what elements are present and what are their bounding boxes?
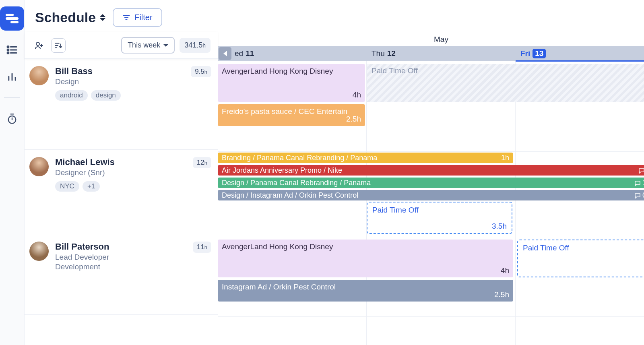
avatar[interactable] (29, 242, 49, 261)
task-block[interactable]: AvengerLand Hong Kong Disney4h (218, 240, 513, 277)
pto-block[interactable]: Paid Time Off4h (517, 240, 644, 277)
sidebar-bar-chart[interactable] (5, 69, 19, 84)
calendar-row: AvengerLand Hong Kong Disney4hInstagram … (218, 236, 644, 317)
task-block[interactable]: Air Jordans Anniversary Promo / Nike1.5h (218, 165, 644, 176)
task-block[interactable]: Branding / Panama Canal Rebranding / Pan… (218, 153, 513, 163)
day-num: 12 (387, 49, 396, 58)
calendar-row: Branding / Panama Canal Rebranding / Pan… (218, 152, 644, 236)
person-tag[interactable]: design (91, 90, 121, 101)
pto-block[interactable]: Paid Time Off3.5h (367, 202, 512, 234)
task-title: Paid Time Off (372, 206, 419, 214)
task-title: Air Jordans Anniversary Promo / Nike (222, 166, 342, 174)
task-title: Branding / Panama Canal Rebranding / Pan… (222, 154, 377, 162)
person-row[interactable]: Bill PatersonLead DeveloperDevelopment11… (25, 234, 218, 315)
svg-point-16 (36, 42, 39, 45)
person-name: Bill Paterson (55, 242, 193, 252)
task-hours: 4h (353, 90, 361, 100)
task-title: Paid Time Off (523, 244, 569, 252)
task-title: AvengerLand Hong Kong Disney (222, 67, 333, 75)
person-tag[interactable]: +1 (83, 181, 100, 192)
person-hours-badge: 11h (193, 242, 211, 253)
task-title: Design / Panama Canal Rebranding / Panam… (222, 179, 371, 187)
avatar[interactable] (29, 157, 49, 176)
task-hours: 0.75h (634, 191, 644, 200)
page-title-dropdown[interactable]: Schedule (35, 10, 105, 25)
task-hours: 4h (501, 266, 509, 276)
svg-point-5 (7, 49, 9, 51)
person-role: Design (55, 77, 191, 86)
task-hours: 1.5h (638, 166, 644, 175)
person-tag[interactable]: android (55, 90, 88, 101)
add-person-button[interactable] (32, 38, 46, 53)
sidebar-divider (4, 97, 20, 98)
svg-rect-0 (6, 14, 14, 16)
sort-icon (100, 14, 105, 21)
person-dept: Development (55, 262, 193, 271)
svg-point-3 (7, 46, 9, 48)
task-title: Paid Time Off (372, 66, 418, 75)
person-row[interactable]: Bill BassDesignandroiddesign9.5h (25, 59, 218, 150)
day-dow: ed (235, 49, 243, 58)
avatar[interactable] (29, 66, 49, 85)
task-hours: 2.5h (494, 290, 509, 300)
day-num: 13 (533, 49, 546, 58)
filter-button[interactable]: Filter (113, 8, 162, 27)
task-hours: 1.25h (634, 178, 644, 188)
task-title: Instagram Ad / Orkin Pest Control (222, 283, 336, 291)
calendar: May ed 11Thu 12Fri 13 AvengerLand Hong K… (218, 32, 644, 345)
filter-icon (122, 14, 130, 22)
person-hours-badge: 12h (193, 157, 211, 168)
person-tag[interactable]: NYC (55, 181, 79, 192)
prev-week-button[interactable] (219, 47, 231, 60)
chevron-down-icon (163, 44, 168, 47)
comment-icon (634, 192, 641, 199)
comment-icon (634, 180, 641, 186)
svg-point-7 (7, 52, 9, 54)
day-dow: Thu (372, 49, 385, 58)
person-role: Designer (Snr) (55, 168, 193, 177)
month-label: May (218, 32, 644, 46)
page-title: Schedule (35, 10, 96, 25)
person-row[interactable]: Michael LewisDesigner (Snr)NYC+112h (25, 150, 218, 234)
calendar-row: AvengerLand Hong Kong Disney4hFreido's p… (218, 61, 644, 152)
sidebar-list[interactable] (5, 43, 19, 57)
task-block[interactable]: Instagram Ad / Orkin Pest Control2.5h (218, 280, 513, 302)
task-hours: 1h (501, 153, 509, 163)
sidebar-stopwatch[interactable] (5, 112, 19, 126)
people-panel: This week 341.5h Bill BassDesignandroidd… (25, 32, 218, 345)
bar-chart-icon (6, 71, 18, 82)
day-num: 11 (246, 49, 254, 58)
day-dow: Fri (520, 49, 530, 58)
add-person-icon (34, 41, 44, 50)
person-name: Bill Bass (55, 66, 191, 76)
panel-header: This week 341.5h (25, 32, 218, 59)
svg-rect-1 (6, 17, 19, 20)
day-header-2[interactable]: Fri 13 (516, 46, 644, 61)
task-title: AvengerLand Hong Kong Disney (222, 242, 333, 251)
task-hours: 3.5h (492, 222, 507, 231)
pto-block[interactable]: Paid Time Off (367, 64, 644, 102)
task-block[interactable]: Design / Panama Canal Rebranding / Panam… (218, 178, 644, 188)
sidebar (0, 0, 25, 345)
range-dropdown[interactable]: This week (121, 37, 175, 54)
task-block[interactable]: Design / Instagram Ad / Orkin Pest Contr… (218, 190, 644, 200)
filter-label: Filter (134, 13, 152, 22)
svg-rect-2 (10, 21, 19, 23)
day-header-1[interactable]: Thu 12 (367, 46, 516, 61)
day-header: ed 11Thu 12Fri 13 (218, 46, 644, 61)
header: Schedule Filter (25, 0, 644, 32)
app-logo[interactable] (0, 6, 24, 31)
range-label: This week (128, 41, 160, 50)
day-header-0[interactable]: ed 11 (218, 46, 367, 61)
person-name: Michael Lewis (55, 157, 193, 167)
person-hours-badge: 9.5h (191, 66, 211, 77)
sort-list-icon (54, 41, 63, 50)
task-block[interactable]: AvengerLand Hong Kong Disney4h (218, 64, 365, 102)
sort-button[interactable] (51, 38, 66, 53)
task-title: Design / Instagram Ad / Orkin Pest Contr… (222, 191, 358, 199)
task-block[interactable]: Freido's pasta sauce / CEC Entertain2.5h (218, 104, 365, 126)
list-icon (6, 44, 18, 56)
task-hours: 2.5h (346, 114, 361, 124)
person-role: Lead Developer (55, 253, 193, 262)
task-title: Freido's pasta sauce / CEC Entertain (222, 107, 347, 116)
